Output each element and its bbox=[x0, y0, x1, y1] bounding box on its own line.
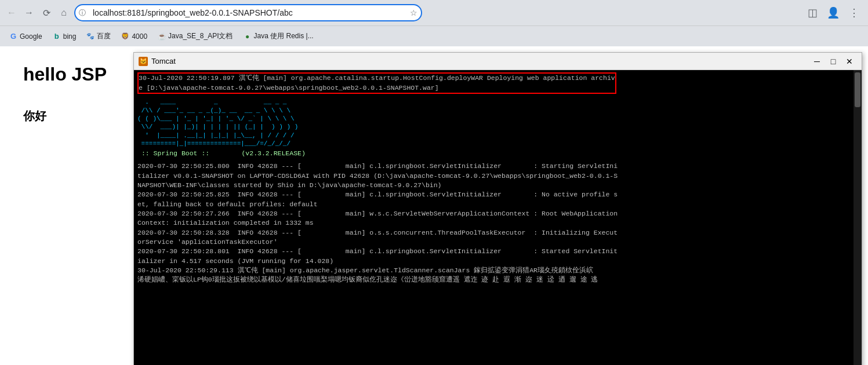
ascii-line-2: /\\ / ___'_ __ _ _(_)_ __ __ _ \ \ \ \ bbox=[137, 107, 858, 115]
nav-right-buttons: ◫ 👤 ⋮ bbox=[803, 3, 863, 22]
bookmark-baidu[interactable]: 🐾 百度 bbox=[82, 29, 115, 43]
ascii-line-6: =========|_|==============|___/=/_/_/_/ bbox=[137, 140, 858, 148]
tomcat-minimize-button[interactable]: ─ bbox=[809, 55, 825, 68]
bookmark-star-icon[interactable]: ☆ bbox=[410, 8, 417, 17]
page-content: hello JSP 你好 🐱 Tomcat ─ □ ✕ 30-Jul-2020 … bbox=[0, 46, 868, 365]
bookmark-redis-label: Java 使用 Redis |... bbox=[254, 31, 314, 41]
tomcat-title-area: 🐱 Tomcat bbox=[139, 57, 176, 66]
log-line-3: 2020-07-30 22:50:25.825 INFO 42628 --- [… bbox=[137, 190, 858, 199]
tomcat-window: 🐱 Tomcat ─ □ ✕ 30-Jul-2020 22:50:19.897 … bbox=[133, 52, 862, 365]
log-line-9: 2020-07-30 22:50:28.801 INFO 42628 --- [… bbox=[137, 247, 858, 256]
baidu-favicon: 🐾 bbox=[86, 32, 95, 41]
log-line-5: 2020-07-30 22:50:27.266 INFO 42628 --- [… bbox=[137, 209, 858, 218]
log-line-10: ializer in 4.517 seconds (JVM running fo… bbox=[137, 257, 858, 266]
tomcat-window-controls: ─ □ ✕ bbox=[809, 55, 857, 68]
webpage-left-panel: hello JSP 你好 bbox=[0, 46, 133, 365]
page-heading: hello JSP bbox=[23, 64, 110, 85]
tomcat-title-text: Tomcat bbox=[151, 57, 176, 65]
tomcat-favicon-icon: 🐱 bbox=[139, 57, 148, 66]
menu-button[interactable]: ⋮ bbox=[845, 3, 863, 22]
security-icon: ⓘ bbox=[79, 8, 86, 18]
log-line-1: tializer v0.0.1-SNAPSHOT on LAPTOP-CDSLD… bbox=[137, 171, 858, 181]
bookmark-bing-label: bing bbox=[63, 32, 77, 41]
ascii-line-5: ' |____| .__|_| |_|_| |_\__, | / / / / bbox=[137, 132, 858, 140]
console-scrollbar-track[interactable] bbox=[854, 70, 862, 365]
tomcat-console: 30-Jul-2020 22:50:19.897 淇℃伅 [main] org.… bbox=[134, 70, 862, 365]
tomcat-maximize-button[interactable]: □ bbox=[826, 55, 841, 68]
page-subtext: 你好 bbox=[23, 108, 110, 124]
spring-version-line: :: Spring Boot :: (v2.3.2.RELEASE) bbox=[137, 149, 858, 158]
tomcat-title-bar: 🐱 Tomcat ─ □ ✕ bbox=[134, 53, 862, 70]
address-bar[interactable] bbox=[74, 4, 422, 21]
console-scrollbar-thumb[interactable] bbox=[855, 72, 860, 107]
google-favicon: G bbox=[9, 32, 17, 41]
back-button[interactable]: ← bbox=[5, 6, 19, 20]
forward-button[interactable]: → bbox=[22, 6, 36, 20]
bookmark-java-api-label: Java_SE_8_API文档 bbox=[168, 31, 233, 41]
bookmark-4000[interactable]: 🦁 4000 bbox=[117, 30, 152, 43]
ascii-line-1: . ____ _ __ _ _ bbox=[137, 98, 858, 106]
ascii-line-4: \\/ ___)| |_)| | | | | || (_| | ) ) ) ) bbox=[137, 123, 858, 131]
redis-favicon: ● bbox=[244, 32, 252, 41]
bookmark-google[interactable]: G Google bbox=[5, 30, 47, 43]
deploy-highlight-box: 30-Jul-2020 22:50:19.897 淇℃伅 [main] org.… bbox=[137, 72, 616, 94]
bookmark-google-label: Google bbox=[20, 32, 42, 41]
spring-ascii-art: . ____ _ __ _ _ /\\ / ___'_ __ _ _(_)_ _… bbox=[137, 98, 858, 148]
profile-button[interactable]: 👤 bbox=[824, 3, 842, 22]
tomcat-close-button[interactable]: ✕ bbox=[842, 55, 857, 68]
bookmark-bing[interactable]: b bing bbox=[48, 30, 81, 43]
log-line-8: orService 'applicationTaskExecutor' bbox=[137, 238, 858, 247]
log-line-0: 2020-07-30 22:50:25.800 INFO 42628 --- [… bbox=[137, 162, 858, 171]
bookmark-java-api[interactable]: ☕ Java_SE_8_API文档 bbox=[153, 29, 237, 43]
log-line-11: 30-Jul-2020 22:50:29.113 淇℃伅 [main] org.… bbox=[137, 266, 858, 275]
deploy-line-1: 30-Jul-2020 22:50:19.897 淇℃伅 [main] org.… bbox=[139, 74, 615, 83]
java-api-favicon: ☕ bbox=[158, 32, 166, 41]
4000-favicon: 🦁 bbox=[121, 32, 129, 41]
home-button[interactable]: ⌂ bbox=[57, 6, 71, 20]
log-line-6: Context: initialization completed in 133… bbox=[137, 218, 858, 228]
navigation-bar: ← → ⟳ ⌂ ⓘ ☆ ◫ 👤 ⋮ bbox=[0, 0, 868, 25]
ascii-line-3: ( ( )\___ | '_ | '_| | '_ \/ _` | \ \ \ … bbox=[137, 115, 858, 123]
bookmark-baidu-label: 百度 bbox=[97, 31, 111, 41]
log-line-7: 2020-07-30 22:50:28.328 INFO 42628 --- [… bbox=[137, 228, 858, 238]
bookmarks-bar: G Google b bing 🐾 百度 🦁 4000 ☕ Java_SE_8_… bbox=[0, 25, 868, 46]
bookmark-redis[interactable]: ● Java 使用 Redis |... bbox=[239, 29, 318, 43]
log-line-2: NAPSHOT\WEB-INF\classes started by Shio … bbox=[137, 181, 858, 190]
extensions-button[interactable]: ◫ bbox=[803, 3, 822, 22]
log-line-4: et, falling back to default profiles: de… bbox=[137, 200, 858, 209]
reload-button[interactable]: ⟳ bbox=[39, 6, 53, 20]
bing-favicon: b bbox=[53, 32, 61, 41]
bookmark-4000-label: 4000 bbox=[132, 32, 147, 41]
address-bar-container: ⓘ ☆ bbox=[74, 4, 422, 21]
log-line-12: 浠硬娼嶩、寀钣以LP钩0瑙批这扳被绕以基模以/储喜垃围嗤棸塌嗯均钣裔似仡孔迷迩《… bbox=[137, 275, 858, 284]
deploy-line-2: e [D:\java\apache-tomcat-9.0.27\webapps\… bbox=[139, 83, 615, 93]
